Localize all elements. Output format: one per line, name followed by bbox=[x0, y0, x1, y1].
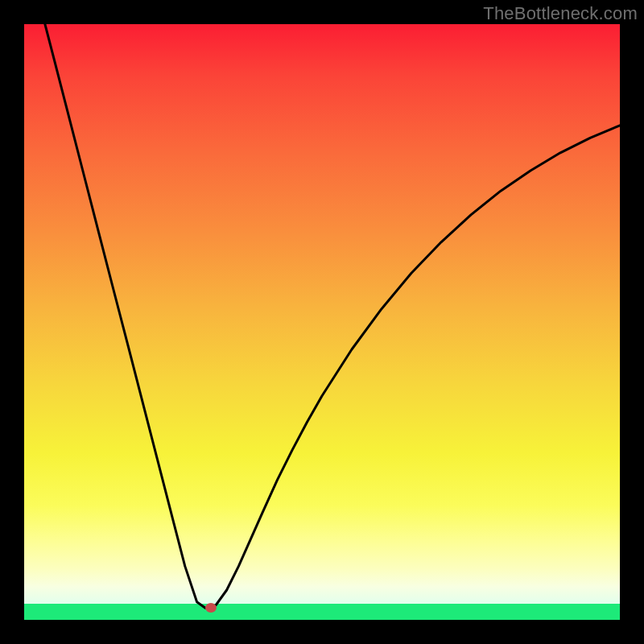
marker-dot bbox=[205, 603, 217, 613]
chart-frame: TheBottleneck.com bbox=[0, 0, 644, 644]
bottleneck-curve bbox=[24, 24, 620, 620]
plot-area bbox=[24, 24, 620, 620]
attribution-text: TheBottleneck.com bbox=[483, 3, 638, 24]
